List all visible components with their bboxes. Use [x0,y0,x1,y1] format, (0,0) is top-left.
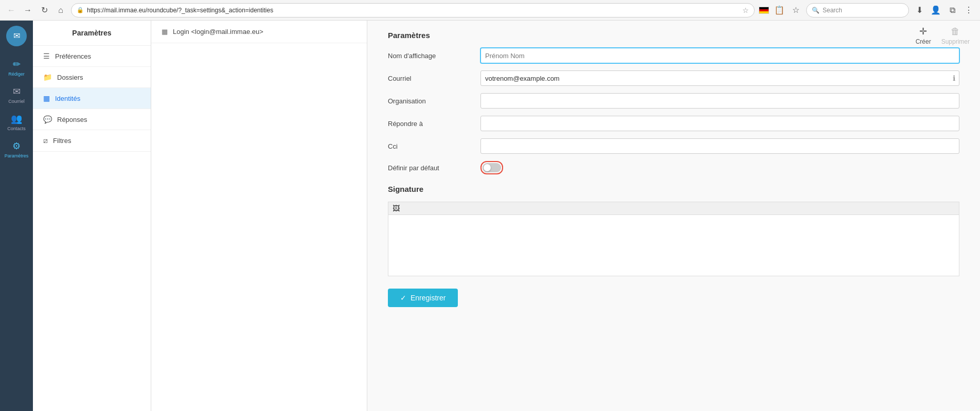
nav-item-filters[interactable]: ⧄ Filtres [33,130,151,152]
email-label: Courriel [388,75,480,82]
nav-item-preferences[interactable]: ☰ Préférences [33,46,151,67]
sidebar-item-compose[interactable]: ✏ Rédiger [2,55,31,80]
form-section-title: Paramètres [388,31,959,40]
language-flag [759,7,769,14]
organisation-label: Organisation [388,97,480,105]
search-icon: 🔍 [812,7,819,14]
nav-item-identities[interactable]: ▦ Identités [33,88,151,109]
create-icon: ✛ [919,26,927,37]
compose-icon: ✏ [13,59,21,70]
mail-icon: ✉ [13,86,21,97]
reply-to-label: Répondre à [388,120,480,128]
sidebar-settings-label: Paramètres [5,153,29,158]
search-placeholder: Search [823,7,842,14]
email-input-wrap: ℹ [480,70,959,86]
lock-icon: 🔒 [77,7,84,13]
folders-icon: 📁 [43,73,52,81]
save-button[interactable]: ✓ Enregistrer [388,289,458,307]
email-row: Courriel ℹ [388,70,959,86]
identities-icon: ▦ [43,94,50,102]
reply-to-row: Répondre à [388,116,959,131]
url-text: https://mail.immae.eu/roundcube/?_task=s… [87,7,739,14]
display-name-label: Nom d'affichage [388,52,480,60]
save-checkmark-icon: ✓ [400,294,406,302]
back-button[interactable]: ← [5,4,17,16]
nav-preferences-label: Préférences [55,52,91,60]
home-button[interactable]: ⌂ [55,4,67,16]
nav-filters-label: Filtres [53,137,71,145]
contacts-icon: 👥 [11,113,22,124]
bcc-row: Cci [388,138,959,154]
download-icon[interactable]: ⬇ [913,4,925,16]
reload-button[interactable]: ↻ [38,4,50,16]
app-container: ✉ ✏ Rédiger ✉ Courriel 👥 Contacts ⚙ Para… [0,21,980,411]
identity-item[interactable]: ▦ Login <login@mail.immae.eu> [151,21,367,43]
extensions-menu-icon[interactable]: ⧉ [946,4,958,16]
sidebar-item-mail[interactable]: ✉ Courriel [2,82,31,107]
identities-panel: ▦ Login <login@mail.immae.eu> [151,21,367,411]
settings-nav-header: Paramètres [33,21,151,46]
bcc-label: Cci [388,142,480,150]
create-label: Créer [916,38,931,45]
display-name-input[interactable] [480,48,959,63]
signature-image-icon[interactable]: 🖼 [393,204,400,212]
profile-icon[interactable]: 👤 [930,4,942,16]
signature-toolbar: 🖼 [388,202,959,215]
identity-item-label: Login <login@mail.immae.eu> [173,28,263,35]
identity-list-icon: ▦ [162,28,168,35]
delete-label: Supprimer [941,38,970,45]
signature-title: Signature [388,185,959,193]
sidebar-item-contacts[interactable]: 👥 Contacts [2,109,31,134]
default-toggle-container [480,161,503,174]
settings-icon: ⚙ [12,140,21,152]
nav-identities-label: Identités [55,95,80,102]
address-bar[interactable]: 🔒 https://mail.immae.eu/roundcube/?_task… [71,3,755,17]
app-logo: ✉ [6,26,27,46]
sidebar: ✉ ✏ Rédiger ✉ Courriel 👥 Contacts ⚙ Para… [0,21,33,411]
reply-to-input[interactable] [480,116,959,131]
sidebar-mail-label: Courriel [8,99,25,104]
menu-icon[interactable]: ⋮ [963,4,975,16]
sidebar-compose-label: Rédiger [8,72,25,77]
extensions-icon[interactable]: 📋 [773,4,786,16]
default-label: Définir par défaut [388,164,480,172]
search-box[interactable]: 🔍 Search [806,3,909,17]
default-row: Définir par défaut [388,161,959,174]
browser-chrome: ← → ↻ ⌂ 🔒 https://mail.immae.eu/roundcub… [0,0,980,21]
organisation-row: Organisation [388,93,959,109]
nav-responses-label: Réponses [57,116,87,123]
sidebar-item-settings[interactable]: ⚙ Paramètres [2,136,31,162]
nav-folders-label: Dossiers [57,74,83,81]
display-name-row: Nom d'affichage [388,48,959,63]
save-button-label: Enregistrer [411,294,446,302]
create-button[interactable]: ✛ Créer [916,26,931,45]
filters-icon: ⧄ [43,136,48,145]
browser-star-icon[interactable]: ☆ [790,4,802,16]
organisation-input[interactable] [480,93,959,109]
default-toggle[interactable] [483,163,501,172]
toggle-knob [484,164,491,171]
forward-button[interactable]: → [22,4,34,16]
settings-nav: Paramètres ☰ Préférences 📁 Dossiers ▦ Id… [33,21,151,411]
preferences-icon: ☰ [43,52,50,60]
email-verify-icon: ℹ [953,74,955,82]
form-toolbar: ✛ Créer 🗑 Supprimer [905,21,980,50]
delete-button[interactable]: 🗑 Supprimer [941,26,970,45]
signature-editor[interactable] [388,215,959,276]
form-content: Paramètres Nom d'affichage Courriel ℹ [367,21,980,328]
svg-text:✉: ✉ [13,31,20,40]
default-toggle-wrap [480,161,503,174]
form-area: ✛ Créer 🗑 Supprimer Paramètres Nom d'aff… [367,21,980,411]
responses-icon: 💬 [43,115,52,123]
bookmark-icon[interactable]: ☆ [742,6,749,14]
email-input[interactable] [480,70,959,86]
bcc-input[interactable] [480,138,959,154]
signature-section: Signature 🖼 [388,185,959,276]
nav-item-folders[interactable]: 📁 Dossiers [33,67,151,88]
delete-icon: 🗑 [951,26,960,37]
nav-item-responses[interactable]: 💬 Réponses [33,109,151,130]
sidebar-contacts-label: Contacts [7,126,26,131]
settings-container: Paramètres ☰ Préférences 📁 Dossiers ▦ Id… [33,21,980,411]
